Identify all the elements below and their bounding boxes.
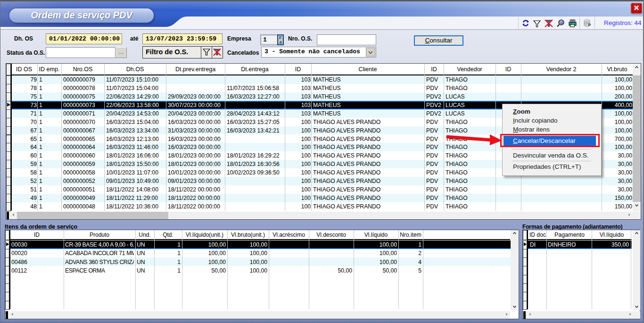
svg-text:4: 4 bbox=[279, 40, 282, 45]
svg-text:P: P bbox=[588, 23, 591, 27]
